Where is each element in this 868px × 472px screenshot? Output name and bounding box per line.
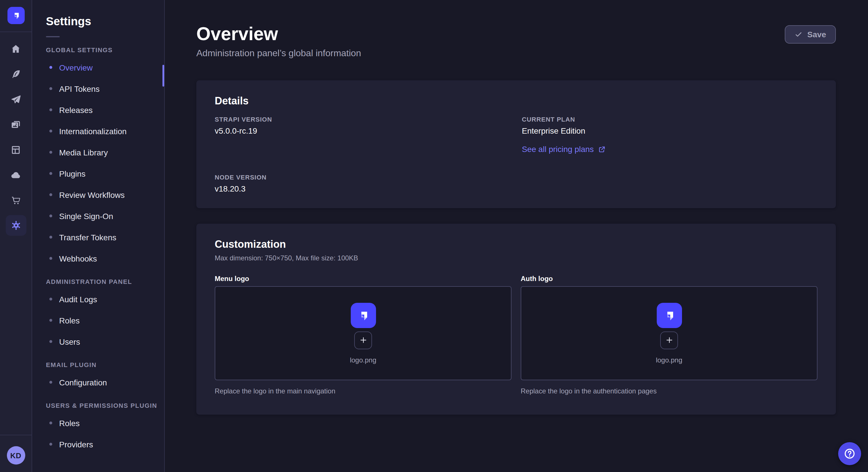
settings-nav-item-single-sign-on[interactable]: Single Sign-On <box>32 205 164 227</box>
auth-logo-preview <box>656 303 682 328</box>
paper-plane-icon <box>10 94 21 105</box>
bullet-icon <box>50 340 52 343</box>
settings-nav-item-roles[interactable]: Roles <box>32 310 164 331</box>
main-nav-content-manager[interactable] <box>5 64 26 84</box>
settings-nav-item-roles[interactable]: Roles <box>32 412 164 434</box>
home-icon <box>10 43 21 54</box>
auth-logo-add-button[interactable] <box>660 331 678 349</box>
settings-nav-item-label: Single Sign-On <box>59 211 113 221</box>
settings-nav-item-providers[interactable]: Providers <box>32 434 164 455</box>
pictures-icon <box>10 119 21 130</box>
main-nav-media-library[interactable] <box>5 114 26 135</box>
main-nav-home[interactable] <box>5 38 26 59</box>
bullet-icon <box>50 298 52 301</box>
settings-nav-item-audit-logs[interactable]: Audit Logs <box>32 289 164 310</box>
bullet-icon <box>50 66 52 69</box>
user-avatar[interactable]: KD <box>7 446 25 465</box>
auth-logo-filename: logo.png <box>656 356 682 364</box>
settings-nav-item-label: Users <box>59 337 80 346</box>
customization-constraints: Max dimension: 750×750, Max file size: 1… <box>215 254 817 262</box>
page-subtitle: Administration panel’s global informatio… <box>196 48 361 59</box>
settings-nav-item-releases[interactable]: Releases <box>32 99 164 121</box>
settings-nav-item-label: Webhooks <box>59 254 97 263</box>
help-button[interactable] <box>838 442 861 465</box>
current-plan-field: CURRENT PLAN Enterprise Edition See all … <box>522 116 817 154</box>
main-nav-releases[interactable] <box>5 89 26 109</box>
auth-logo-field: Auth logo <box>521 275 817 395</box>
main-nav-content-type-builder[interactable] <box>5 139 26 160</box>
nav-section-title: EMAIL PLUGIN <box>32 361 164 368</box>
bullet-icon <box>50 193 52 196</box>
current-plan-label: CURRENT PLAN <box>522 116 817 123</box>
strapi-version-field: STRAPI VERSION v5.0.0-rc.19 <box>215 116 522 154</box>
question-mark-icon <box>843 447 856 460</box>
plus-icon <box>664 336 674 345</box>
save-button[interactable]: Save <box>785 25 836 43</box>
strapi-logo[interactable] <box>7 7 24 24</box>
bullet-icon <box>50 381 52 384</box>
menu-logo-dropzone[interactable]: logo.png <box>215 286 512 380</box>
nav-section: GLOBAL SETTINGSOverviewAPI TokensRelease… <box>32 46 164 269</box>
settings-nav-item-configuration[interactable]: Configuration <box>32 372 164 393</box>
check-icon <box>795 30 803 38</box>
customization-title: Customization <box>215 239 817 250</box>
strapi-logo-icon <box>355 307 371 323</box>
main-nav-cloud[interactable] <box>5 165 26 185</box>
settings-nav-item-label: Overview <box>59 63 93 72</box>
subnav-sections: GLOBAL SETTINGSOverviewAPI TokensRelease… <box>32 46 164 455</box>
main-content: Overview Administration panel’s global i… <box>165 0 868 472</box>
auth-logo-dropzone[interactable]: logo.png <box>521 286 817 380</box>
rail-bottom: KD <box>0 435 32 472</box>
settings-nav-item-label: Plugins <box>59 169 86 178</box>
settings-nav-item-internationalization[interactable]: Internationalization <box>32 121 164 142</box>
pricing-plans-link[interactable]: See all pricing plans <box>522 144 606 154</box>
page-header: Overview Administration panel’s global i… <box>196 23 836 59</box>
menu-logo-field: Menu logo <box>215 275 512 395</box>
customization-card: Customization Max dimension: 750×750, Ma… <box>196 224 836 415</box>
menu-logo-add-button[interactable] <box>354 331 372 349</box>
bullet-icon <box>50 236 52 239</box>
settings-nav-item-label: Audit Logs <box>59 295 97 304</box>
details-title: Details <box>215 95 817 107</box>
nav-section: USERS & PERMISSIONS PLUGINRolesProviders <box>32 402 164 455</box>
main-nav-marketplace[interactable] <box>5 190 26 210</box>
details-card: Details STRAPI VERSION v5.0.0-rc.19 CURR… <box>196 80 836 208</box>
bullet-icon <box>50 422 52 425</box>
settings-nav-item-webhooks[interactable]: Webhooks <box>32 248 164 269</box>
settings-nav-item-review-workflows[interactable]: Review Workflows <box>32 184 164 205</box>
settings-nav-item-transfer-tokens[interactable]: Transfer Tokens <box>32 227 164 248</box>
strapi-logo-icon <box>661 307 677 323</box>
settings-nav-item-label: Media Library <box>59 148 108 157</box>
main-nav-settings[interactable] <box>5 215 26 236</box>
subnav-scrollbar-thumb[interactable] <box>162 65 164 87</box>
rail-divider-bottom <box>0 435 32 435</box>
settings-nav-item-users[interactable]: Users <box>32 331 164 352</box>
gear-icon <box>10 220 22 231</box>
external-link-icon <box>598 145 606 153</box>
menu-logo-filename: logo.png <box>350 356 376 364</box>
settings-nav-item-plugins[interactable]: Plugins <box>32 163 164 184</box>
feather-icon <box>10 69 21 79</box>
nav-section: ADMINISTRATION PANELAudit LogsRolesUsers <box>32 278 164 352</box>
settings-nav-item-media-library[interactable]: Media Library <box>32 142 164 163</box>
strapi-logo-icon <box>10 10 22 21</box>
settings-nav-item-label: Releases <box>59 105 93 114</box>
main-nav-icons <box>5 38 26 240</box>
settings-subnav: Settings GLOBAL SETTINGSOverviewAPI Toke… <box>32 0 165 472</box>
plus-icon <box>359 336 368 345</box>
nav-section: EMAIL PLUGINConfiguration <box>32 361 164 393</box>
menu-logo-hint: Replace the logo in the main navigation <box>215 387 512 395</box>
bullet-icon <box>50 443 52 446</box>
node-version-field: NODE VERSION v18.20.3 <box>215 174 522 193</box>
auth-logo-label: Auth logo <box>521 275 817 283</box>
page-title: Overview <box>196 23 361 45</box>
nav-section-title: GLOBAL SETTINGS <box>32 46 164 53</box>
menu-logo-label: Menu logo <box>215 275 512 283</box>
save-button-label: Save <box>807 30 826 39</box>
nav-section-title: ADMINISTRATION PANEL <box>32 278 164 285</box>
settings-nav-item-api-tokens[interactable]: API Tokens <box>32 78 164 99</box>
menu-logo-preview <box>350 303 376 328</box>
settings-nav-item-overview[interactable]: Overview <box>32 57 164 78</box>
strapi-version-value: v5.0.0-rc.19 <box>215 126 522 135</box>
auth-logo-hint: Replace the logo in the authentication p… <box>521 387 817 395</box>
